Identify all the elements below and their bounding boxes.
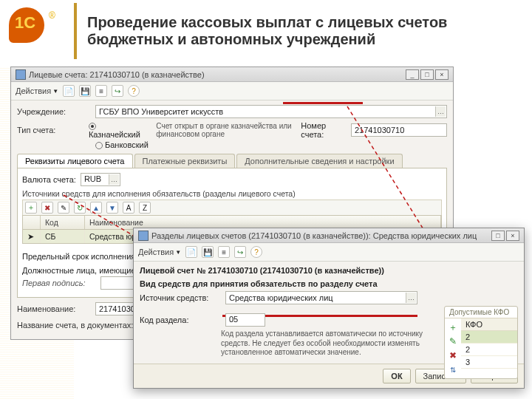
actions-label: Действия [138,248,174,256]
radio-bank[interactable]: Банковский [95,140,149,149]
account-type-note: Счет открыт в органе казначейства или фи… [156,122,296,138]
moveup-icon[interactable]: ▲ [90,202,102,214]
tabs: Реквизиты лицевого счета Платежные рекви… [17,154,447,168]
delete-row-icon[interactable]: ✖ [41,202,53,214]
row-code: СБ [41,230,85,243]
account-number-value: 21741030710 [355,126,404,134]
help-icon[interactable]: ? [250,246,262,258]
window2-titlebar: Разделы лицевых счетов (21741030710 (в к… [134,228,524,243]
radio-icon [89,123,96,130]
org-value: ГСБУ ВПО Университет искусств [99,107,223,116]
radio-treasury-label: Казначейский [89,130,140,139]
actions-menu[interactable]: Действия▼ [16,86,58,95]
page-title: Проведение кассовых выплат с лицевых сче… [74,14,532,48]
org-field[interactable]: ГСБУ ВПО Университет искусств … [95,105,447,118]
list-icon[interactable]: ≡ [95,85,107,97]
help-icon[interactable]: ? [128,85,140,97]
kfo-edit-icon[interactable]: ✎ [447,335,459,347]
page-title-band: Проведение кассовых выплат с лицевых сче… [74,3,532,59]
section-code-field[interactable]: 05 [225,313,265,327]
allowed-kfo-panel: Допустимые КФО ＋ ✎ ✖ ⇅ КФО 2 2 3 [444,306,518,379]
row-marker-icon: ➤ [23,230,41,243]
org-label: Учреждение: [17,107,91,116]
kfo-list: КФО 2 2 3 [461,318,517,378]
account-sections-window: Разделы лицевых счетов (21741030710 (в к… [133,228,525,389]
kfo-item[interactable]: 3 [461,356,517,369]
window1-titlebar: Лицевые счета: 21741030710 (в казначейст… [11,67,453,82]
currency-value: RUB [84,174,101,183]
kfo-delete-icon[interactable]: ✖ [447,349,459,361]
kfo-item[interactable]: 2 [461,331,517,344]
actions-label: Действия [16,86,51,95]
maximize-button[interactable]: □ [491,231,505,241]
section-code-note: Код раздела устанавливается автоматическ… [221,330,435,358]
section-code-label: Код раздела: [140,316,221,324]
window1-caption: Лицевые счета: 21741030710 (в казначейст… [29,70,404,79]
window2-caption: Разделы лицевых счетов (21741030710 (в к… [151,231,490,240]
window1-toolbar: Действия▼ 📄 💾 ≡ ↪ ? [11,82,453,100]
close-button[interactable]: × [435,69,449,80]
sources-label: Источники средств для исполнения обязате… [22,189,442,198]
source-select-icon[interactable]: … [406,293,416,303]
account-heading: Лицевой счет № 21741030710 (21741030710 … [140,266,518,275]
radio-treasury[interactable]: Казначейский [89,121,144,139]
source-value: Средства юридических лиц [229,293,333,302]
kfo-sort-icon[interactable]: ⇅ [447,364,459,375]
radio-icon [95,142,103,149]
tab-account-details[interactable]: Реквизиты лицевого счета [17,154,133,168]
currency-label: Валюта счета: [22,175,76,184]
section-code-value: 05 [229,315,238,324]
goto-icon[interactable]: ↪ [234,246,246,258]
first-sign-label: Первая подпись: [22,279,96,287]
sort-desc-icon[interactable]: Z [139,202,151,214]
funds-heading: Вид средств для принятия обязательств по… [140,279,518,288]
minimize-button[interactable]: _ [406,69,419,80]
doc-name-label: Название счета, в документах: [17,321,135,330]
add-row-icon[interactable]: ＋ [25,202,37,214]
edit-row-icon[interactable]: ✎ [58,202,69,214]
close-button[interactable]: × [506,231,519,241]
doc-icon [16,69,26,80]
kfo-toolbar: ＋ ✎ ✖ ⇅ [445,318,461,378]
tab-payment-details[interactable]: Платежные реквизиты [134,154,236,168]
col-code: Код [41,216,85,229]
sort-asc-icon[interactable]: A [123,202,134,214]
window2-toolbar: Действия▼ 📄 💾 ≡ ↪ ? [134,243,524,262]
kfo-header: КФО [461,318,517,331]
copy-icon[interactable]: 📄 [63,85,75,97]
copy-icon[interactable]: 📄 [185,246,197,258]
col-marker [23,216,41,229]
logo-text: 1С [15,13,35,33]
doc-icon [138,231,149,241]
ok-button[interactable]: ОК [383,369,410,383]
logo-registered: ® [49,10,55,21]
account-number-label: Номер счета: [301,121,347,139]
kfo-add-icon[interactable]: ＋ [447,321,459,333]
currency-select-icon[interactable]: … [109,174,119,185]
tab-additional[interactable]: Дополнительные сведения и настройки [236,154,402,168]
list-icon[interactable]: ≡ [218,246,230,258]
source-field[interactable]: Средства юридических лиц … [225,291,417,304]
source-label: Источник средств: [140,293,221,302]
actions-menu[interactable]: Действия▼ [138,248,181,256]
highlight-account-number [283,102,363,104]
window2-body: Лицевой счет № 21741030710 (21741030710 … [134,262,524,364]
kfo-title: Допустимые КФО [445,307,517,318]
org-select-icon[interactable]: … [435,106,446,117]
name-label: Наименование: [17,304,91,313]
refresh-row-icon[interactable]: ↻ [74,202,86,214]
save-icon[interactable]: 💾 [79,85,91,97]
account-number-field[interactable]: 21741030710 [351,123,447,137]
logo-circle: 1С [9,7,44,43]
brand-logo: 1С ® [9,7,61,43]
maximize-button[interactable]: □ [420,69,434,80]
goto-icon[interactable]: ↪ [112,85,123,97]
kfo-item[interactable]: 2 [461,344,517,356]
account-type-label: Тип счета: [17,126,84,134]
save-icon[interactable]: 💾 [202,246,214,258]
radio-bank-label: Банковский [105,140,149,149]
currency-field[interactable]: RUB … [81,173,120,186]
movedown-icon[interactable]: ▼ [106,202,118,214]
